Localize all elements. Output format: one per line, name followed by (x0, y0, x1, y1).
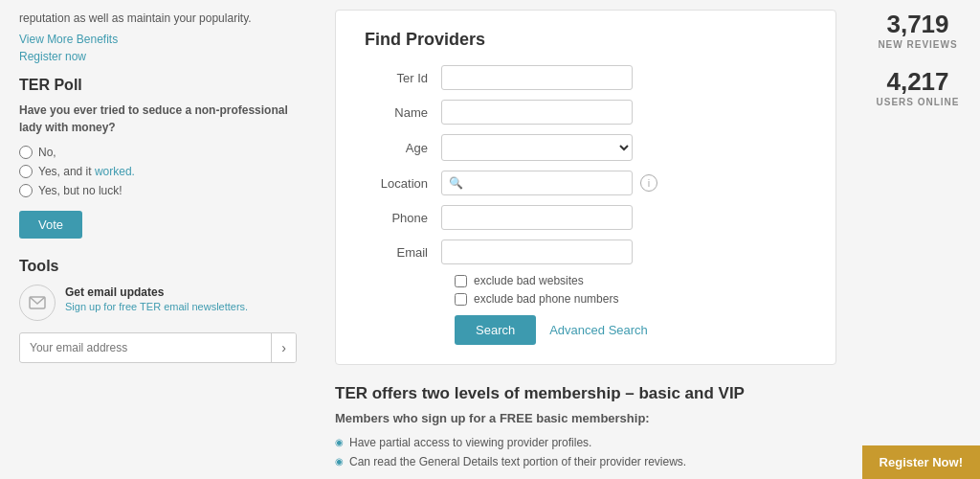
main-content: Find Providers Ter Id Name Age 18 19 20 … (316, 0, 856, 479)
poll-radio-2[interactable] (19, 165, 33, 178)
poll-option-3-label: Yes, but no luck! (38, 184, 122, 197)
right-sidebar: 3,719 NEW REVIEWS 4,217 USERS ONLINE (856, 0, 980, 479)
membership-list: Have partial access to viewing provider … (335, 433, 836, 471)
users-online-label: USERS ONLINE (876, 97, 959, 107)
email-icon-circle (19, 285, 56, 321)
membership-benefit-1: Have partial access to viewing provider … (335, 433, 836, 452)
sidebar-intro: reputation as well as maintain your popu… (19, 10, 297, 63)
ter-id-input[interactable] (441, 65, 633, 90)
name-row: Name (365, 100, 807, 125)
view-more-benefits-link[interactable]: View More Benefits (19, 33, 297, 46)
phone-row: Phone (365, 205, 807, 230)
membership-benefit-2: Can read the General Details text portio… (335, 452, 836, 471)
email-input[interactable] (441, 240, 633, 264)
email-input-row[interactable]: › (19, 332, 297, 363)
poll-option-1[interactable]: No, (19, 146, 297, 159)
age-label: Age (365, 141, 441, 155)
users-online-stat: 4,217 USERS ONLINE (876, 67, 959, 107)
membership-subtitle: Members who sign up for a FREE basic mem… (335, 411, 836, 425)
exclude-bad-phones-checkbox[interactable] (455, 293, 467, 306)
email-address-input[interactable] (20, 334, 271, 361)
new-reviews-label: NEW REVIEWS (878, 39, 957, 50)
exclude-bad-websites-option[interactable]: exclude bad websites (455, 274, 807, 287)
phone-input[interactable] (441, 205, 633, 230)
exclude-bad-websites-checkbox[interactable] (455, 275, 467, 287)
exclude-bad-phones-label: exclude bad phone numbers (474, 292, 618, 306)
name-input[interactable] (441, 100, 633, 125)
find-providers-title: Find Providers (365, 30, 807, 50)
tools-section: Tools Get email updates Sign up for free… (19, 258, 297, 363)
new-reviews-number: 3,719 (878, 10, 957, 39)
exclude-bad-websites-label: exclude bad websites (474, 274, 584, 287)
email-updates-heading: Get email updates (65, 285, 164, 299)
find-providers-section: Find Providers Ter Id Name Age 18 19 20 … (335, 10, 836, 365)
register-now-link[interactable]: Register now (19, 50, 297, 63)
left-sidebar: reputation as well as maintain your popu… (0, 0, 316, 479)
benefit-2-text: Can read the General Details text portio… (349, 455, 686, 468)
email-label: Email (365, 245, 441, 260)
poll-radio-3[interactable] (19, 184, 33, 197)
register-now-button[interactable]: Register Now! (862, 445, 980, 479)
tools-title: Tools (19, 258, 297, 275)
membership-section: TER offers two levels of membership – ba… (335, 384, 836, 479)
ter-id-label: Ter Id (365, 71, 441, 85)
poll-question: Have you ever tried to seduce a non-prof… (19, 102, 297, 136)
poll-option-2[interactable]: Yes, and it worked. (19, 165, 297, 178)
location-info-icon[interactable]: i (640, 174, 657, 192)
location-search-icon: 🔍 (449, 176, 463, 190)
poll-radio-1[interactable] (19, 146, 33, 159)
poll-option-3[interactable]: Yes, but no luck! (19, 184, 297, 197)
poll-option-1-label: No, (38, 146, 56, 159)
email-updates-block: Get email updates Sign up for free TER e… (19, 285, 297, 321)
intro-text: reputation as well as maintain your popu… (19, 10, 297, 27)
search-button[interactable]: Search (455, 315, 536, 345)
new-reviews-stat: 3,719 NEW REVIEWS (878, 10, 957, 50)
vote-button[interactable]: Vote (19, 211, 82, 239)
name-label: Name (365, 105, 441, 120)
poll-option-2-label: Yes, and it worked. (38, 165, 135, 178)
email-row: Email (365, 240, 807, 264)
location-label: Location (365, 176, 441, 191)
location-input[interactable] (441, 171, 633, 195)
users-online-number: 4,217 (876, 67, 959, 97)
location-row: Location 🔍 i (365, 171, 807, 195)
email-updates-description: Sign up for free TER email newsletters. (65, 301, 248, 312)
age-row: Age 18 19 20 25 30 35 40 (365, 134, 807, 161)
exclude-bad-phones-option[interactable]: exclude bad phone numbers (455, 292, 807, 306)
ter-id-row: Ter Id (365, 65, 807, 90)
membership-title: TER offers two levels of membership – ba… (335, 384, 836, 403)
action-row: Search Advanced Search (455, 315, 807, 345)
phone-label: Phone (365, 211, 441, 225)
checkboxes-row: exclude bad websites exclude bad phone n… (455, 274, 807, 306)
advanced-search-link[interactable]: Advanced Search (549, 323, 648, 337)
mail-icon (29, 296, 46, 309)
ter-poll-section: TER Poll Have you ever tried to seduce a… (19, 77, 297, 239)
benefit-1-text: Have partial access to viewing provider … (349, 436, 591, 449)
email-updates-text: Get email updates Sign up for free TER e… (65, 285, 248, 312)
ter-poll-title: TER Poll (19, 77, 297, 94)
location-input-wrapper: 🔍 (441, 171, 633, 195)
email-submit-button[interactable]: › (271, 333, 296, 362)
age-select[interactable]: 18 19 20 25 30 35 40 (441, 134, 633, 161)
